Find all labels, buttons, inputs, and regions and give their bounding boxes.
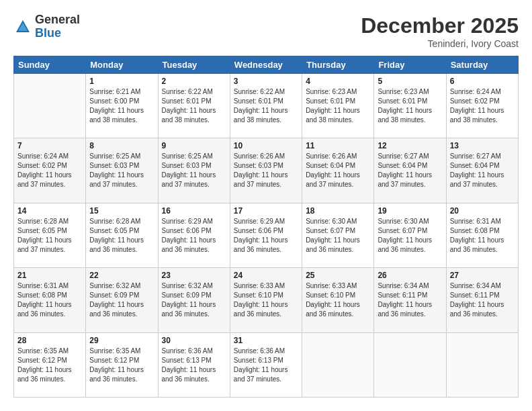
day-info: Sunrise: 6:26 AMSunset: 6:04 PMDaylight:… bbox=[306, 152, 370, 189]
day-number: 14 bbox=[17, 206, 82, 216]
header-wednesday: Wednesday bbox=[230, 56, 302, 74]
calendar-cell: 21Sunrise: 6:31 AMSunset: 6:08 PMDayligh… bbox=[14, 268, 86, 332]
location: Teninderi, Ivory Coast bbox=[361, 38, 519, 49]
calendar-cell bbox=[14, 74, 86, 138]
title-area: December 2025 Teninderi, Ivory Coast bbox=[361, 13, 519, 49]
day-number: 27 bbox=[450, 271, 515, 280]
day-info: Sunrise: 6:28 AMSunset: 6:05 PMDaylight:… bbox=[17, 217, 82, 255]
logo: General Blue bbox=[13, 13, 80, 40]
day-info: Sunrise: 6:22 AMSunset: 6:01 PMDaylight:… bbox=[162, 87, 226, 125]
day-info: Sunrise: 6:25 AMSunset: 6:03 PMDaylight:… bbox=[162, 152, 226, 189]
logo-icon bbox=[13, 17, 32, 36]
calendar-cell: 5Sunrise: 6:23 AMSunset: 6:01 PMDaylight… bbox=[374, 74, 446, 138]
day-number: 28 bbox=[17, 336, 82, 345]
calendar-cell: 13Sunrise: 6:27 AMSunset: 6:04 PMDayligh… bbox=[446, 138, 518, 203]
calendar-header: SundayMondayTuesdayWednesdayThursdayFrid… bbox=[14, 56, 519, 74]
header-tuesday: Tuesday bbox=[158, 56, 230, 74]
calendar-cell: 24Sunrise: 6:33 AMSunset: 6:10 PMDayligh… bbox=[230, 268, 302, 332]
day-info: Sunrise: 6:33 AMSunset: 6:10 PMDaylight:… bbox=[234, 281, 298, 319]
day-info: Sunrise: 6:34 AMSunset: 6:11 PMDaylight:… bbox=[378, 281, 442, 319]
calendar-body: 1Sunrise: 6:21 AMSunset: 6:00 PMDaylight… bbox=[14, 74, 519, 398]
day-number: 30 bbox=[162, 336, 226, 345]
day-number: 25 bbox=[306, 271, 370, 280]
day-info: Sunrise: 6:34 AMSunset: 6:11 PMDaylight:… bbox=[450, 281, 515, 319]
logo-text: General Blue bbox=[35, 13, 80, 40]
day-info: Sunrise: 6:23 AMSunset: 6:01 PMDaylight:… bbox=[378, 87, 442, 125]
day-info: Sunrise: 6:30 AMSunset: 6:07 PMDaylight:… bbox=[378, 217, 442, 255]
day-number: 16 bbox=[162, 206, 226, 216]
calendar-cell: 28Sunrise: 6:35 AMSunset: 6:12 PMDayligh… bbox=[14, 332, 86, 397]
calendar-cell: 27Sunrise: 6:34 AMSunset: 6:11 PMDayligh… bbox=[446, 268, 518, 332]
day-info: Sunrise: 6:27 AMSunset: 6:04 PMDaylight:… bbox=[450, 152, 515, 189]
calendar-cell: 7Sunrise: 6:24 AMSunset: 6:02 PMDaylight… bbox=[14, 138, 86, 203]
calendar-cell: 10Sunrise: 6:26 AMSunset: 6:03 PMDayligh… bbox=[230, 138, 302, 203]
calendar-cell bbox=[302, 332, 374, 397]
header-friday: Friday bbox=[374, 56, 446, 74]
day-number: 4 bbox=[306, 77, 370, 86]
day-number: 9 bbox=[162, 141, 226, 150]
header-monday: Monday bbox=[86, 56, 158, 74]
calendar-cell: 23Sunrise: 6:32 AMSunset: 6:09 PMDayligh… bbox=[158, 268, 230, 332]
day-info: Sunrise: 6:32 AMSunset: 6:09 PMDaylight:… bbox=[162, 281, 226, 319]
calendar-cell: 18Sunrise: 6:30 AMSunset: 6:07 PMDayligh… bbox=[302, 203, 374, 267]
day-info: Sunrise: 6:31 AMSunset: 6:08 PMDaylight:… bbox=[450, 217, 515, 255]
header-row: SundayMondayTuesdayWednesdayThursdayFrid… bbox=[14, 56, 519, 74]
day-number: 12 bbox=[378, 141, 442, 150]
calendar-week-row: 1Sunrise: 6:21 AMSunset: 6:00 PMDaylight… bbox=[14, 74, 519, 138]
day-info: Sunrise: 6:30 AMSunset: 6:07 PMDaylight:… bbox=[306, 217, 370, 255]
day-number: 8 bbox=[89, 141, 154, 150]
calendar-week-row: 7Sunrise: 6:24 AMSunset: 6:02 PMDaylight… bbox=[14, 138, 519, 203]
logo-blue: Blue bbox=[35, 27, 80, 40]
day-info: Sunrise: 6:33 AMSunset: 6:10 PMDaylight:… bbox=[306, 281, 370, 319]
day-info: Sunrise: 6:31 AMSunset: 6:08 PMDaylight:… bbox=[17, 281, 82, 319]
day-number: 13 bbox=[450, 141, 515, 150]
calendar-cell: 31Sunrise: 6:36 AMSunset: 6:13 PMDayligh… bbox=[230, 332, 302, 397]
day-number: 23 bbox=[162, 271, 226, 280]
day-info: Sunrise: 6:24 AMSunset: 6:02 PMDaylight:… bbox=[450, 87, 515, 125]
day-number: 31 bbox=[234, 336, 298, 345]
day-info: Sunrise: 6:29 AMSunset: 6:06 PMDaylight:… bbox=[162, 217, 226, 255]
day-info: Sunrise: 6:22 AMSunset: 6:01 PMDaylight:… bbox=[234, 87, 298, 125]
calendar-week-row: 28Sunrise: 6:35 AMSunset: 6:12 PMDayligh… bbox=[14, 332, 519, 397]
day-number: 22 bbox=[89, 271, 154, 280]
page: General Blue December 2025 Teninderi, Iv… bbox=[0, 0, 532, 411]
day-info: Sunrise: 6:25 AMSunset: 6:03 PMDaylight:… bbox=[89, 152, 154, 189]
day-info: Sunrise: 6:36 AMSunset: 6:13 PMDaylight:… bbox=[234, 347, 298, 384]
calendar-cell: 2Sunrise: 6:22 AMSunset: 6:01 PMDaylight… bbox=[158, 74, 230, 138]
calendar-week-row: 21Sunrise: 6:31 AMSunset: 6:08 PMDayligh… bbox=[14, 268, 519, 332]
calendar-cell: 3Sunrise: 6:22 AMSunset: 6:01 PMDaylight… bbox=[230, 74, 302, 138]
day-info: Sunrise: 6:27 AMSunset: 6:04 PMDaylight:… bbox=[378, 152, 442, 189]
calendar-cell: 8Sunrise: 6:25 AMSunset: 6:03 PMDaylight… bbox=[86, 138, 158, 203]
calendar-cell: 19Sunrise: 6:30 AMSunset: 6:07 PMDayligh… bbox=[374, 203, 446, 267]
header-saturday: Saturday bbox=[446, 56, 518, 74]
calendar-cell: 9Sunrise: 6:25 AMSunset: 6:03 PMDaylight… bbox=[158, 138, 230, 203]
calendar-cell: 11Sunrise: 6:26 AMSunset: 6:04 PMDayligh… bbox=[302, 138, 374, 203]
calendar-cell: 1Sunrise: 6:21 AMSunset: 6:00 PMDaylight… bbox=[86, 74, 158, 138]
header: General Blue December 2025 Teninderi, Iv… bbox=[13, 13, 519, 49]
day-info: Sunrise: 6:36 AMSunset: 6:13 PMDaylight:… bbox=[162, 347, 226, 384]
day-info: Sunrise: 6:35 AMSunset: 6:12 PMDaylight:… bbox=[17, 347, 82, 384]
header-sunday: Sunday bbox=[14, 56, 86, 74]
calendar-week-row: 14Sunrise: 6:28 AMSunset: 6:05 PMDayligh… bbox=[14, 203, 519, 267]
day-info: Sunrise: 6:29 AMSunset: 6:06 PMDaylight:… bbox=[234, 217, 298, 255]
calendar-cell: 4Sunrise: 6:23 AMSunset: 6:01 PMDaylight… bbox=[302, 74, 374, 138]
day-number: 10 bbox=[234, 141, 298, 150]
day-info: Sunrise: 6:23 AMSunset: 6:01 PMDaylight:… bbox=[306, 87, 370, 125]
calendar-cell: 22Sunrise: 6:32 AMSunset: 6:09 PMDayligh… bbox=[86, 268, 158, 332]
calendar-cell: 30Sunrise: 6:36 AMSunset: 6:13 PMDayligh… bbox=[158, 332, 230, 397]
day-number: 2 bbox=[162, 77, 226, 86]
day-number: 17 bbox=[234, 206, 298, 216]
calendar-cell: 14Sunrise: 6:28 AMSunset: 6:05 PMDayligh… bbox=[14, 203, 86, 267]
day-number: 1 bbox=[89, 77, 154, 86]
calendar-cell: 15Sunrise: 6:28 AMSunset: 6:05 PMDayligh… bbox=[86, 203, 158, 267]
day-number: 20 bbox=[450, 206, 515, 216]
day-number: 7 bbox=[17, 141, 82, 150]
day-number: 15 bbox=[89, 206, 154, 216]
day-number: 21 bbox=[17, 271, 82, 280]
day-number: 18 bbox=[306, 206, 370, 216]
day-info: Sunrise: 6:24 AMSunset: 6:02 PMDaylight:… bbox=[17, 152, 82, 189]
day-info: Sunrise: 6:35 AMSunset: 6:12 PMDaylight:… bbox=[89, 347, 154, 384]
day-info: Sunrise: 6:32 AMSunset: 6:09 PMDaylight:… bbox=[89, 281, 154, 319]
day-number: 24 bbox=[234, 271, 298, 280]
day-number: 11 bbox=[306, 141, 370, 150]
